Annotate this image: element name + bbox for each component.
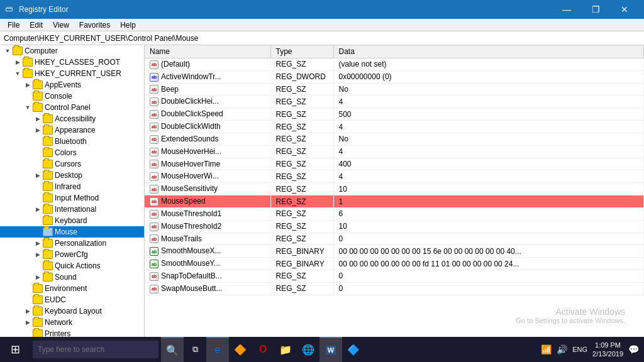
table-row[interactable]: abDoubleClickHei...REG_SZ4 bbox=[145, 96, 644, 108]
reg-data: 0 bbox=[333, 270, 644, 283]
col-name[interactable]: Name bbox=[145, 45, 270, 58]
col-type[interactable]: Type bbox=[270, 45, 333, 58]
tree-item-desktop[interactable]: ▶ Desktop bbox=[0, 170, 144, 181]
table-row[interactable]: abDoubleClickSpeedREG_SZ500 bbox=[145, 108, 644, 121]
table-row[interactable]: abMouseHoverTimeREG_SZ400 bbox=[145, 158, 644, 170]
tree-item-controlpanel[interactable]: ▼ Control Panel bbox=[0, 102, 144, 113]
tree-item-keyboard[interactable]: ▶ Keyboard bbox=[0, 215, 144, 226]
expand-personalization[interactable]: ▶ bbox=[33, 238, 43, 248]
expand-powercfg[interactable]: ▶ bbox=[33, 250, 43, 260]
expand-desktop[interactable]: ▶ bbox=[33, 170, 43, 180]
table-row[interactable]: abSmoothMouseY...REG_BINARY00 00 00 00 0… bbox=[145, 258, 644, 270]
tree-item-infrared[interactable]: ▶ Infrared bbox=[0, 181, 144, 192]
tree-item-mouse[interactable]: ▶ Mouse bbox=[0, 226, 144, 238]
tree-item-console[interactable]: ▶ Console bbox=[0, 90, 144, 102]
taskbar-vscode-icon[interactable]: 🔷 bbox=[342, 337, 365, 362]
reg-type: REG_SZ bbox=[270, 270, 333, 283]
restore-button[interactable]: ❐ bbox=[581, 0, 610, 19]
reg-name: MouseThreshold2 bbox=[161, 222, 221, 231]
minimize-button[interactable]: — bbox=[552, 0, 581, 19]
table-row[interactable]: abSnapToDefaultB...REG_SZ0 bbox=[145, 270, 644, 283]
start-button[interactable]: ⊞ bbox=[0, 337, 30, 362]
tree-item-cursors[interactable]: ▶ Cursors bbox=[0, 158, 144, 170]
taskbar-explorer-icon[interactable]: 📁 bbox=[274, 337, 297, 362]
menu-favorites[interactable]: Favorites bbox=[74, 19, 115, 31]
table-row[interactable]: abBeepREG_SZNo bbox=[145, 83, 644, 96]
tree-item-personalization[interactable]: ▶ Personalization bbox=[0, 238, 144, 249]
menu-help[interactable]: Help bbox=[115, 19, 141, 31]
expand-hkcr[interactable]: ▶ bbox=[13, 57, 23, 67]
taskbar-cortana-icon[interactable]: 🔍 bbox=[161, 337, 184, 362]
table-row[interactable]: abSmoothMouseX...REG_BINARY00 00 00 00 0… bbox=[145, 245, 644, 258]
taskbar-opera-icon[interactable]: O bbox=[252, 337, 274, 362]
menu-view[interactable]: View bbox=[48, 19, 74, 31]
tree-item-colors[interactable]: ▶ Colors bbox=[0, 147, 144, 158]
tree-item-bluetooth[interactable]: ▶ Bluetooth bbox=[0, 136, 144, 147]
taskbar-language[interactable]: ENG bbox=[572, 346, 587, 353]
table-row[interactable]: abMouseSpeedREG_SZ1 bbox=[145, 195, 644, 208]
tree-item-hkcu[interactable]: ▼ HKEY_CURRENT_USER bbox=[0, 68, 144, 79]
expand-keyboardlayout[interactable]: ▶ bbox=[23, 306, 33, 316]
table-row[interactable]: abMouseThreshold1REG_SZ6 bbox=[145, 207, 644, 220]
table-row[interactable]: abDoubleClickWidthREG_SZ4 bbox=[145, 121, 644, 133]
table-row[interactable]: ab(Default)REG_SZ(value not set) bbox=[145, 58, 644, 71]
tree-item-hkcr[interactable]: ▶ HKEY_CLASSES_ROOT bbox=[0, 57, 144, 68]
tree-item-keyboardlayout[interactable]: ▶ Keyboard Layout bbox=[0, 305, 144, 317]
taskbar-notification-icon[interactable]: 💬 bbox=[628, 344, 639, 354]
table-row[interactable]: abMouseSensitivityREG_SZ10 bbox=[145, 183, 644, 195]
tree-item-network[interactable]: ▶ Network bbox=[0, 317, 144, 328]
tree-panel[interactable]: ▼ Computer ▶ HKEY_CLASSES_ROOT ▼ HKEY_CU… bbox=[0, 45, 145, 337]
reg-data: (value not set) bbox=[333, 58, 644, 71]
taskbar-search[interactable] bbox=[33, 341, 158, 358]
expand-international[interactable]: ▶ bbox=[33, 204, 43, 214]
expand-controlpanel[interactable]: ▼ bbox=[23, 102, 33, 112]
taskbar-word-icon[interactable]: W bbox=[319, 337, 342, 362]
expand-sound[interactable]: ▶ bbox=[33, 272, 43, 282]
table-row[interactable]: abMouseTrailsREG_SZ0 bbox=[145, 233, 644, 245]
data-panel[interactable]: Name Type Data ab(Default)REG_SZ(value n… bbox=[145, 45, 644, 337]
taskbar-clock[interactable]: 1:09 PM 2/13/2019 bbox=[592, 341, 623, 359]
tree-item-powercfg[interactable]: ▶ PowerCfg bbox=[0, 249, 144, 260]
tree-item-eudc[interactable]: ▶ EUDC bbox=[0, 294, 144, 305]
tree-item-quickactions[interactable]: ▶ Quick Actions bbox=[0, 260, 144, 272]
tree-item-appearance[interactable]: ▶ Appearance bbox=[0, 124, 144, 136]
folder-icon-appearance bbox=[43, 126, 53, 134]
tree-item-accessibility[interactable]: ▶ Accessibility bbox=[0, 113, 144, 124]
tree-item-computer[interactable]: ▼ Computer bbox=[0, 45, 144, 57]
taskbar-edge-icon[interactable]: e bbox=[206, 337, 229, 362]
sz-reg-icon: ab bbox=[150, 85, 158, 94]
col-data[interactable]: Data bbox=[333, 45, 644, 58]
folder-icon-console bbox=[33, 92, 43, 101]
table-row[interactable]: abMouseHoverWi...REG_SZ4 bbox=[145, 170, 644, 183]
tree-item-sound[interactable]: ▶ Sound bbox=[0, 272, 144, 283]
tree-item-appevents[interactable]: ▶ AppEvents bbox=[0, 79, 144, 90]
expand-accessibility[interactable]: ▶ bbox=[33, 114, 43, 124]
reg-type: REG_SZ bbox=[270, 170, 333, 183]
tree-item-inputmethod[interactable]: ▶ Input Method bbox=[0, 192, 144, 204]
expand-hkcu[interactable]: ▼ bbox=[13, 69, 23, 79]
expand-appearance[interactable]: ▶ bbox=[33, 125, 43, 135]
expand-computer[interactable]: ▼ bbox=[3, 46, 13, 56]
menu-file[interactable]: File bbox=[3, 19, 25, 31]
reg-name: Beep bbox=[161, 85, 179, 94]
table-row[interactable]: abActiveWindowTr...REG_DWORD0x00000000 (… bbox=[145, 70, 644, 83]
menu-edit[interactable]: Edit bbox=[25, 19, 48, 31]
table-row[interactable]: abExtendedSoundsREG_SZNo bbox=[145, 133, 644, 145]
taskbar-chrome-icon[interactable]: 🌐 bbox=[297, 337, 319, 362]
table-row[interactable]: abMouseThreshold2REG_SZ10 bbox=[145, 220, 644, 233]
taskbar-vlc-icon[interactable]: 🔶 bbox=[229, 337, 252, 362]
folder-icon-cursors bbox=[43, 160, 53, 168]
expand-network[interactable]: ▶ bbox=[23, 317, 33, 327]
taskbar-date: 2/13/2019 bbox=[592, 349, 623, 358]
tree-label-appevents: AppEvents bbox=[45, 80, 81, 89]
folder-icon-bluetooth bbox=[43, 137, 53, 146]
tree-item-environment[interactable]: ▶ Environment bbox=[0, 283, 144, 294]
taskbar-taskview-icon[interactable]: ⧉ bbox=[184, 337, 206, 362]
tree-item-printers[interactable]: ▶ Printers bbox=[0, 328, 144, 337]
reg-data: 4 bbox=[333, 170, 644, 183]
table-row[interactable]: abMouseHoverHei...REG_SZ4 bbox=[145, 145, 644, 158]
tree-item-international[interactable]: ▶ International bbox=[0, 204, 144, 215]
close-button[interactable]: ✕ bbox=[610, 0, 639, 19]
table-row[interactable]: abSwapMouseButt...REG_SZ0 bbox=[145, 282, 644, 295]
expand-appevents[interactable]: ▶ bbox=[23, 80, 33, 90]
